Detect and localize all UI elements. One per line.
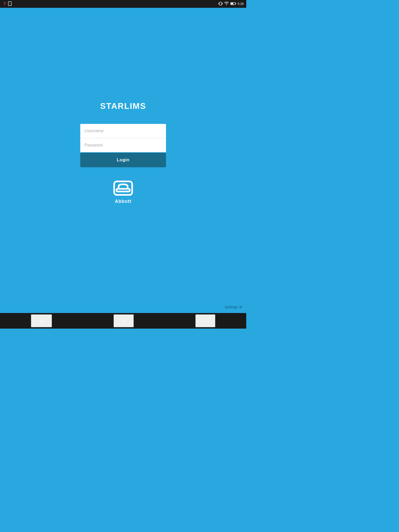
app-title: STARLIMS xyxy=(100,101,146,111)
abbott-name: Abbott xyxy=(115,199,131,204)
recent-button[interactable]: □ xyxy=(195,314,215,327)
back-button[interactable]: ◁ xyxy=(31,314,52,327)
main-content: STARLIMS Login Abbott Settings ⚙ xyxy=(0,8,246,313)
status-bar-left: ❓ ! xyxy=(3,1,12,7)
abbott-logo: Abbott xyxy=(113,180,134,204)
svg-rect-3 xyxy=(220,2,222,5)
login-form: Login xyxy=(80,124,166,167)
username-input[interactable] xyxy=(80,124,166,138)
settings-button[interactable]: Settings ⚙ xyxy=(224,305,242,309)
time-display: 5:28 xyxy=(238,2,244,6)
device-icon: ! xyxy=(8,1,12,7)
status-bar: ❓ ! xyxy=(0,0,246,8)
password-input[interactable] xyxy=(80,138,166,152)
vibrate-icon xyxy=(218,2,223,6)
nav-bar: ◁ ○ □ xyxy=(0,313,246,329)
settings-label: Settings xyxy=(224,305,238,309)
login-button[interactable]: Login xyxy=(80,153,166,167)
wifi-signal-icon xyxy=(224,2,229,6)
wifi-question-icon: ❓ xyxy=(3,2,6,6)
battery-icon xyxy=(230,2,236,6)
home-button[interactable]: ○ xyxy=(114,314,134,327)
input-container xyxy=(80,124,166,152)
status-bar-right: 5:28 xyxy=(218,2,244,6)
svg-text:!: ! xyxy=(10,3,10,5)
abbott-logo-icon xyxy=(113,180,134,197)
gear-icon: ⚙ xyxy=(239,305,242,309)
svg-rect-8 xyxy=(231,3,233,4)
svg-rect-7 xyxy=(235,3,236,4)
